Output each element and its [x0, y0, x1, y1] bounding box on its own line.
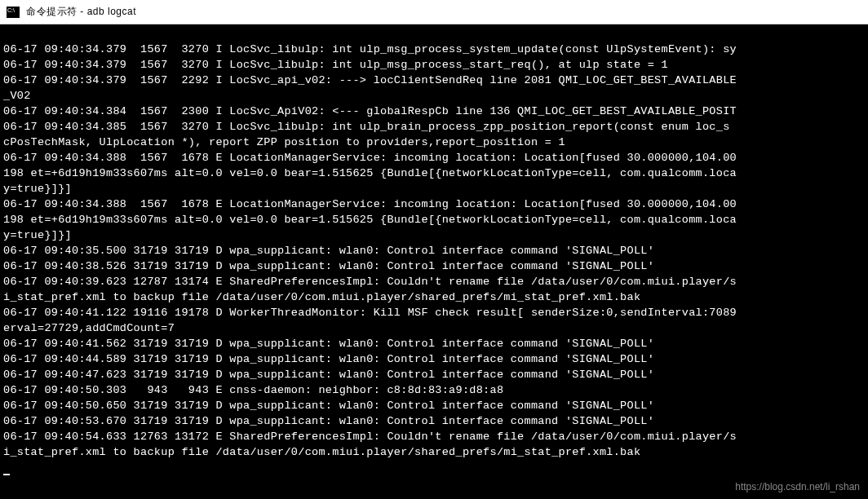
window-title: 命令提示符 - adb logcat [26, 5, 136, 19]
log-line: i_stat_pref.xml to backup file /data/use… [3, 446, 640, 458]
log-line: y=true}]}] [3, 183, 72, 195]
log-line: y=true}]}] [3, 229, 72, 241]
log-line: 06-17 09:40:34.379 1567 3270 I LocSvc_li… [3, 43, 737, 55]
cmd-icon [7, 7, 20, 18]
log-line: 06-17 09:40:34.384 1567 2300 I LocSvc_Ap… [3, 105, 737, 117]
watermark-text: https://blog.csdn.net/li_rshan [735, 481, 860, 492]
log-line: 06-17 09:40:34.388 1567 1678 E LocationM… [3, 152, 737, 164]
log-line: 06-17 09:40:34.379 1567 2292 I LocSvc_ap… [3, 74, 737, 86]
log-line: 06-17 09:40:54.633 12763 13172 E SharedP… [3, 431, 737, 443]
log-line: 06-17 09:40:34.385 1567 3270 I LocSvc_li… [3, 121, 730, 133]
log-line: 06-17 09:40:34.388 1567 1678 E LocationM… [3, 198, 737, 210]
log-line: 06-17 09:40:47.623 31719 31719 D wpa_sup… [3, 369, 654, 381]
terminal-content[interactable]: 06-17 09:40:34.379 1567 3270 I LocSvc_li… [0, 24, 868, 499]
log-line: _V02 [3, 90, 31, 102]
log-line: 06-17 09:40:35.500 31719 31719 D wpa_sup… [3, 245, 654, 257]
log-line: 06-17 09:40:41.122 19116 19178 D WorkerT… [3, 307, 737, 319]
log-line: 06-17 09:40:44.589 31719 31719 D wpa_sup… [3, 353, 654, 365]
window-title-bar[interactable]: 命令提示符 - adb logcat [0, 0, 868, 24]
log-line: 06-17 09:40:38.526 31719 31719 D wpa_sup… [3, 260, 654, 272]
log-line: 06-17 09:40:34.379 1567 3270 I LocSvc_li… [3, 59, 668, 71]
log-line: 198 et=+6d19h19m33s607ms alt=0.0 vel=0.0… [3, 214, 737, 226]
log-line: 06-17 09:40:41.562 31719 31719 D wpa_sup… [3, 338, 654, 350]
log-line: 06-17 09:40:53.670 31719 31719 D wpa_sup… [3, 415, 654, 427]
log-line: 06-17 09:40:50.650 31719 31719 D wpa_sup… [3, 400, 654, 412]
log-line: 198 et=+6d19h19m33s607ms alt=0.0 vel=0.0… [3, 167, 737, 179]
log-line: 06-17 09:40:39.623 12787 13174 E SharedP… [3, 276, 737, 288]
log-line: 06-17 09:40:50.303 943 943 E cnss-daemon… [3, 384, 503, 396]
log-line: i_stat_pref.xml to backup file /data/use… [3, 291, 640, 303]
log-line: erval=27729,addCmdCount=7 [3, 322, 175, 334]
log-line: cPosTechMask, UlpLocation *), report ZPP… [3, 136, 565, 148]
terminal-cursor [3, 474, 10, 475]
